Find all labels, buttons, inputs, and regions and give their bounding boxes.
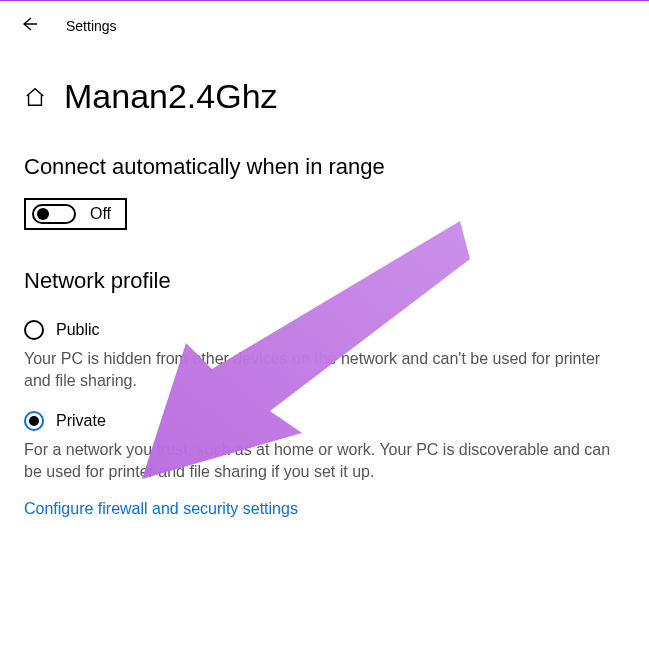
auto-connect-heading: Connect automatically when in range [0,120,649,184]
radio-label-private: Private [56,412,106,430]
radio-private[interactable] [24,411,44,431]
arrow-left-icon [20,15,38,33]
profile-option-private[interactable]: Private For a network you trust, such as… [0,391,649,482]
network-name: Manan2.4Ghz [64,77,278,116]
profile-option-public[interactable]: Public Your PC is hidden from other devi… [0,298,649,391]
private-description: For a network you trust, such as at home… [24,439,625,482]
firewall-settings-link[interactable]: Configure firewall and security settings [24,500,298,518]
radio-public[interactable] [24,320,44,340]
radio-label-public: Public [56,321,100,339]
toggle-switch[interactable] [32,204,76,224]
public-description: Your PC is hidden from other devices on … [24,348,625,391]
toggle-label: Off [90,205,111,223]
app-title: Settings [66,18,117,34]
back-button[interactable] [18,13,40,39]
home-icon [24,86,46,112]
auto-connect-toggle[interactable]: Off [24,198,127,230]
network-profile-heading: Network profile [0,230,649,298]
